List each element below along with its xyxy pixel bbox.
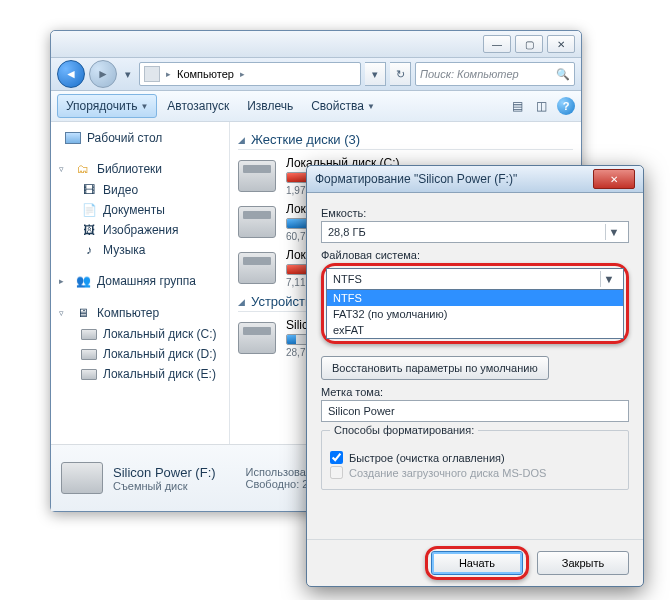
sidebar-item-label: Библиотеки [97,162,162,176]
refresh-button[interactable]: ↻ [390,62,411,86]
sidebar-item-pictures[interactable]: 🖼Изображения [55,220,225,240]
autoplay-button[interactable]: Автозапуск [159,95,237,117]
filesystem-label: Файловая система: [321,249,629,261]
sidebar-item-drive-c[interactable]: Локальный диск (C:) [55,324,225,344]
msdos-boot-checkbox: Создание загрузочного диска MS-DOS [330,466,620,479]
dialog-titlebar: Форматирование "Silicon Power (F:)" ✕ [307,166,643,193]
back-button[interactable]: ◄ [57,60,85,88]
dialog-title: Форматирование "Silicon Power (F:)" [315,172,517,186]
collapse-icon: ◢ [238,297,245,307]
search-icon: 🔍 [556,68,570,81]
drive-icon [81,366,97,382]
sidebar-item-label: Изображения [103,223,178,237]
sidebar-item-drive-d[interactable]: Локальный диск (D:) [55,344,225,364]
properties-button[interactable]: Свойства▼ [303,95,383,117]
filesystem-selected: NTFS [333,273,362,285]
format-methods-fieldset: Способы форматирования: Быстрое (очистка… [321,430,629,490]
computer-icon [144,66,160,82]
properties-label: Свойства [311,99,364,113]
minimize-button[interactable]: — [483,35,511,53]
help-button[interactable]: ? [557,97,575,115]
sidebar-item-video[interactable]: 🎞Видео [55,180,225,200]
organize-label: Упорядочить [66,99,137,113]
command-bar: Упорядочить▼ Автозапуск Извлечь Свойства… [51,91,581,122]
section-hard-drives[interactable]: ◢ Жесткие диски (3) [238,132,573,150]
video-icon: 🎞 [81,182,97,198]
drive-icon [238,252,276,284]
chevron-down-icon: ▼ [367,102,375,111]
sidebar-item-desktop[interactable]: Рабочий стол [55,128,225,148]
address-bar[interactable]: ▸ Компьютер ▸ [139,62,361,86]
fs-option-exfat[interactable]: exFAT [327,322,623,338]
sidebar-item-label: Видео [103,183,138,197]
drive-icon [238,160,276,192]
capacity-combobox[interactable]: 28,8 ГБ ▼ [321,221,629,243]
expand-icon: ▸ [59,276,69,286]
volume-label-input[interactable]: Silicon Power [321,400,629,422]
details-free-label: Свободно: [246,478,300,490]
organize-menu[interactable]: Упорядочить▼ [57,94,157,118]
forward-button[interactable]: ► [89,60,117,88]
capacity-value: 28,8 ГБ [328,226,366,238]
dialog-button-row: Начать Закрыть [307,539,643,586]
sidebar-computer-header[interactable]: ▿ 🖥 Компьютер [55,302,225,324]
drive-icon [238,322,276,354]
sidebar-item-music[interactable]: ♪Музыка [55,240,225,260]
music-icon: ♪ [81,242,97,258]
quick-format-input[interactable] [330,451,343,464]
expand-icon: ▿ [59,164,69,174]
restore-defaults-button[interactable]: Восстановить параметры по умолчанию [321,356,549,380]
maximize-button[interactable]: ▢ [515,35,543,53]
sidebar-libraries-header[interactable]: ▿ 🗂 Библиотеки [55,158,225,180]
volume-label: Метка тома: [321,386,629,398]
section-title: Жесткие диски (3) [251,132,360,147]
drive-icon [61,462,103,494]
format-dialog: Форматирование "Silicon Power (F:)" ✕ Ем… [306,165,644,587]
computer-icon: 🖥 [75,305,91,321]
view-icon[interactable]: ▤ [509,98,525,114]
sidebar-item-label: Музыка [103,243,145,257]
capacity-label: Емкость: [321,207,629,219]
sidebar-item-drive-e[interactable]: Локальный диск (E:) [55,364,225,384]
chevron-down-icon: ▼ [140,102,148,111]
quick-format-checkbox[interactable]: Быстрое (очистка оглавления) [330,451,620,464]
close-button[interactable]: ✕ [547,35,575,53]
homegroup-icon: 👥 [75,273,91,289]
volume-value: Silicon Power [328,405,395,417]
sidebar-item-label: Рабочий стол [87,131,162,145]
msdos-boot-input [330,466,343,479]
methods-legend: Способы форматирования: [330,424,478,436]
drive-icon [81,326,97,342]
collapse-icon: ◢ [238,135,245,145]
eject-button[interactable]: Извлечь [239,95,301,117]
close-button[interactable]: Закрыть [537,551,629,575]
sidebar-item-label: Локальный диск (E:) [103,367,216,381]
sidebar-item-documents[interactable]: 📄Документы [55,200,225,220]
sidebar-item-label: Локальный диск (C:) [103,327,217,341]
expand-icon: ▿ [59,308,69,318]
pictures-icon: 🖼 [81,222,97,238]
nav-history-dropdown[interactable]: ▾ [121,64,135,84]
search-placeholder: Поиск: Компьютер [420,68,519,80]
chevron-down-icon: ▼ [600,271,617,287]
filesystem-combobox[interactable]: NTFS ▼ [326,268,624,290]
drive-icon [81,346,97,362]
start-highlight: Начать [425,546,529,580]
start-button[interactable]: Начать [431,551,523,575]
search-input[interactable]: Поиск: Компьютер 🔍 [415,62,575,86]
chevron-down-icon: ▼ [605,224,622,240]
nav-bar: ◄ ► ▾ ▸ Компьютер ▸ ▾ ↻ Поиск: Компьютер… [51,58,581,91]
window-titlebar: — ▢ ✕ [51,31,581,58]
filesystem-highlight: NTFS ▼ NTFS FAT32 (по умолчанию) exFAT [321,263,629,344]
fs-option-ntfs[interactable]: NTFS [327,290,623,306]
sidebar-item-label: Компьютер [97,306,159,320]
breadcrumb-computer[interactable]: Компьютер [177,68,234,80]
preview-pane-icon[interactable]: ◫ [533,98,549,114]
sidebar-homegroup-header[interactable]: ▸ 👥 Домашняя группа [55,270,225,292]
address-dropdown[interactable]: ▾ [365,62,386,86]
fs-option-fat32[interactable]: FAT32 (по умолчанию) [327,306,623,322]
libraries-icon: 🗂 [75,161,91,177]
msdos-boot-label: Создание загрузочного диска MS-DOS [349,467,546,479]
drive-icon [238,206,276,238]
dialog-close-button[interactable]: ✕ [593,169,635,189]
